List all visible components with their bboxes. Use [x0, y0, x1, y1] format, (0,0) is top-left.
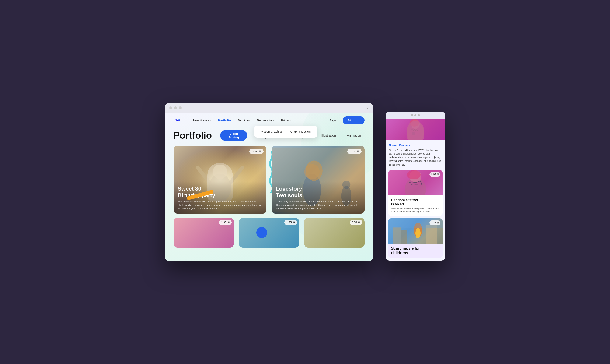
cards-row: 0:35 ⊞ Sweet 80Birthday party The retro-… — [174, 146, 365, 214]
nav-services[interactable]: Services — [238, 118, 250, 122]
svg-rect-23 — [393, 227, 401, 244]
mini-icon-2: ⊞ — [293, 221, 295, 224]
portfolio-title: Portfolio — [174, 130, 212, 141]
svg-point-27 — [415, 228, 420, 238]
mobile-card-2-title: Scary movie forchildrens — [391, 246, 440, 255]
mobile-hero-image — [386, 119, 445, 140]
mini-card-1[interactable]: 2:35 ⊞ — [174, 218, 234, 248]
logo-icon: RAW — [174, 118, 180, 123]
portfolio-section: Portfolio Video Editing Motion Graphics … — [165, 128, 373, 252]
browser-titlebar: ∨ — [165, 103, 373, 113]
mobile-dot-2 — [414, 114, 417, 116]
filter-video-editing[interactable]: Video Editing — [220, 130, 247, 141]
nav-actions: Sign in Sign up — [329, 116, 365, 124]
browser-dot-red — [169, 106, 172, 109]
mobile-card-2-time: 2:35 — [431, 221, 436, 224]
card-2-overlay: LovestoryTwo souls A love story of two s… — [271, 181, 365, 214]
card-1-overlay: Sweet 80Birthday party The retro-style c… — [174, 181, 267, 214]
mobile-card-2-badge: 2:35 ⊞ — [429, 221, 440, 225]
browser-chevron: ∨ — [367, 106, 369, 110]
svg-point-21 — [407, 170, 420, 179]
mobile-card-2-icon: ⊞ — [437, 221, 439, 224]
card-2-title: LovestoryTwo souls — [276, 185, 360, 199]
mobile-card-1-desc: Different worldviews, same professionali… — [391, 207, 440, 213]
filter-animation[interactable]: Animation — [343, 132, 365, 139]
shared-projects-text: So, you're an editor yourself? We dig th… — [389, 148, 442, 167]
mini-badge-3: 0:56 ⊞ — [350, 220, 362, 225]
card-2-badge: 1:13 ⊞ — [347, 149, 361, 154]
video-card-2[interactable]: 1:13 ⊞ LovestoryTwo souls A love story o… — [271, 146, 365, 214]
signup-button[interactable]: Sign up — [343, 116, 365, 124]
mini-card-2[interactable]: 1:35 ⊞ — [239, 218, 299, 248]
nav-links: How it works Portfolio Services Testimon… — [193, 118, 329, 122]
mini-time-1: 2:35 — [221, 221, 226, 224]
play-icon-1: ⊞ — [259, 150, 261, 153]
mobile-card-2-body: Scary movie forchildrens — [388, 244, 443, 258]
mobile-card-1[interactable]: 2:35 ⊞ Handpoke tattoois an art Differen… — [388, 170, 443, 216]
shared-section: Shared Projects: So, you're an editor yo… — [386, 140, 445, 167]
nav-testimonials[interactable]: Testimonials — [257, 118, 274, 122]
video-card-1[interactable]: 0:35 ⊞ Sweet 80Birthday party The retro-… — [174, 146, 267, 214]
mobile-browser: Shared Projects: So, you're an editor yo… — [386, 112, 445, 260]
mini-badge-1: 2:35 ⊞ — [219, 220, 231, 225]
mobile-card-1-body: Handpoke tattoois an art Different world… — [388, 195, 443, 216]
mini-icon-3: ⊞ — [358, 221, 360, 224]
browser-dot-yellow — [174, 106, 177, 109]
card-1-title: Sweet 80Birthday party — [178, 185, 262, 199]
mini-time-2: 1:35 — [286, 221, 292, 224]
card-2-time: 1:13 — [350, 150, 355, 153]
svg-point-16 — [410, 119, 419, 127]
mobile-hero-figure — [401, 119, 430, 140]
service-motion-graphics[interactable]: Motion Graphics — [259, 129, 284, 134]
browser-dot-green — [179, 106, 182, 109]
mobile-content: Shared Projects: So, you're an editor yo… — [386, 119, 445, 258]
card-1-badge: 0:35 ⊞ — [249, 149, 263, 154]
mini-card-3[interactable]: 0:56 ⊞ — [304, 218, 365, 248]
mini-cards-row: 2:35 ⊞ 1:35 ⊞ 0:56 ⊞ — [174, 218, 365, 248]
card-2-desc: A love story of two souls who found each… — [276, 200, 360, 210]
svg-point-11 — [305, 160, 322, 181]
services-dropdown: Motion Graphics Graphic Design — [254, 126, 317, 138]
desktop-browser: ∨ RAW — [165, 103, 373, 261]
shared-projects-label: Shared Projects: — [389, 143, 442, 147]
card-1-time: 0:35 — [252, 150, 257, 153]
svg-rect-24 — [401, 230, 407, 244]
logo[interactable]: RAW — [174, 118, 180, 123]
mobile-titlebar — [386, 112, 445, 119]
filter-illustration[interactable]: Illustration — [318, 132, 339, 139]
browser-content: RAW How it works Portfolio Services Test… — [165, 113, 373, 261]
signin-button[interactable]: Sign in — [329, 118, 339, 122]
mobile-card-1-badge: 2:35 ⊞ — [429, 172, 440, 177]
mobile-card-1-time: 2:35 — [431, 173, 436, 176]
card-1-desc: The retro-style celebration of the eight… — [178, 200, 262, 210]
nav-pricing[interactable]: Pricing — [281, 118, 291, 122]
mobile-card-1-title: Handpoke tattoois an art — [391, 198, 440, 206]
svg-point-14 — [407, 122, 424, 140]
mini-icon-1: ⊞ — [228, 221, 230, 224]
mobile-card-1-icon: ⊞ — [437, 173, 439, 176]
svg-point-17 — [412, 132, 415, 135]
mobile-dot-1 — [411, 114, 413, 116]
play-icon-2: ⊞ — [357, 150, 359, 153]
svg-point-7 — [213, 164, 227, 179]
mini-badge-2: 1:35 ⊞ — [284, 220, 297, 225]
mobile-card-2[interactable]: 2:35 ⊞ Scary movie forchildrens — [388, 218, 443, 258]
mini-time-3: 0:56 — [352, 221, 357, 224]
nav-portfolio[interactable]: Portfolio — [218, 118, 231, 122]
service-graphic-design[interactable]: Graphic Design — [288, 129, 312, 134]
mobile-dot-3 — [418, 114, 420, 116]
scene: ∨ RAW — [148, 86, 462, 278]
nav-how-it-works[interactable]: How it works — [193, 118, 211, 122]
